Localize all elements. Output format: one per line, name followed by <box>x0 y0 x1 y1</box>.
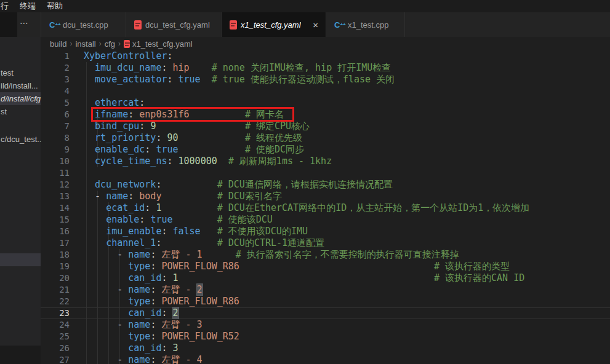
yaml-icon <box>230 20 237 30</box>
line-content: enable_dc: true # 使能DC同步 <box>84 144 304 156</box>
code-line[interactable]: 22 type: POWER_FLOW_R86 <box>41 296 610 307</box>
line-content: can_id: 3 <box>84 342 179 354</box>
tab-x1-test-cfg-yaml[interactable]: x1_test_cfg.yaml × <box>222 12 326 37</box>
line-content: - name: 左臂 - 4 <box>84 354 203 364</box>
code-line[interactable]: 10 cycle_time_ns: 1000000 # 刷新周期1ms - 1k… <box>41 156 610 167</box>
code-line[interactable]: 15 enable: true # 使能该DCU <box>41 214 610 226</box>
code-line[interactable]: 12 dcu_network: # DCU通信网络，请根据实机连接情况配置 <box>41 179 610 191</box>
line-number[interactable]: 24 <box>41 319 70 331</box>
line-number[interactable]: 22 <box>41 296 70 307</box>
line-number[interactable]: 26 <box>41 342 70 354</box>
line-content: imu_dcu_name: hip # none 关闭IMU检查, hip 打开… <box>84 62 391 74</box>
sidebar-header: ⋯ <box>0 12 41 37</box>
sidebar-bottom-panel <box>0 346 41 364</box>
line-number[interactable]: 20 <box>41 272 70 284</box>
yaml-icon <box>134 20 142 30</box>
code-line[interactable]: 23 can_id: 2 <box>41 307 610 319</box>
line-content: type: POWER_FLOW_R52 <box>84 331 239 342</box>
code-line[interactable]: 5 ethercat: <box>41 97 610 109</box>
line-number[interactable]: 3 <box>41 74 70 85</box>
line-content: enable: true # 使能该DCU <box>84 214 273 226</box>
sidebar-item-st[interactable]: st <box>0 105 41 118</box>
line-number[interactable]: 10 <box>41 156 70 167</box>
line-number[interactable]: 5 <box>41 97 70 109</box>
code-line[interactable]: 2 imu_dcu_name: hip # none 关闭IMU检查, hip … <box>41 62 610 74</box>
line-content: channel_1: # DCU的CTRL-1通道配置 <box>84 237 324 249</box>
line-number[interactable]: 23 <box>41 308 70 318</box>
sidebar-selected-row[interactable] <box>0 253 41 266</box>
code-line[interactable]: 7 bind_cpu: 9 # 绑定CPU核心 <box>41 121 610 132</box>
line-number[interactable]: 11 <box>41 167 70 179</box>
code-line[interactable]: 19 type: POWER_FLOW_R86 # 该执行器的类型 <box>41 261 610 272</box>
vscode-window: 行 终端 帮助 ⋯ test ild/install... d/install/… <box>0 0 610 364</box>
code-line[interactable]: 9 enable_dc: true # 使能DC同步 <box>41 144 610 156</box>
line-content: rt_priority: 90 # 线程优先级 <box>84 132 302 144</box>
line-content: - name: 左臂 - 2 <box>84 284 203 296</box>
line-number[interactable]: 7 <box>41 121 70 132</box>
chevron-right-icon: › <box>69 39 73 48</box>
code-line[interactable]: 20 can_id: 1 # 该执行器的CAN ID <box>41 272 610 284</box>
tab-label: dcu_test.cpp <box>63 20 108 30</box>
tab-x1-test-cpp[interactable]: C x1_test.cpp <box>326 12 405 37</box>
code-line[interactable]: 21 - name: 左臂 - 2 <box>41 284 610 296</box>
line-number[interactable]: 4 <box>41 85 70 97</box>
line-content: imu_enable: false # 不使用该DCU的IMU <box>84 226 308 237</box>
line-content: XyberController: <box>84 50 173 62</box>
breadcrumb: build › install › cfg › x1_test_cfg.yaml <box>41 37 610 50</box>
tab-dcu-test-cfg-yaml[interactable]: dcu_test_cfg.yaml <box>126 12 222 37</box>
line-number[interactable]: 21 <box>41 284 70 296</box>
close-icon[interactable]: × <box>311 20 319 30</box>
yaml-icon <box>124 40 130 48</box>
more-actions-icon[interactable]: ⋯ <box>20 18 29 28</box>
line-number[interactable]: 6 <box>41 109 70 121</box>
code-line[interactable]: 16 imu_enable: false # 不使用该DCU的IMU <box>41 226 610 237</box>
line-content: - name: 左臂 - 3 <box>84 319 203 331</box>
code-line[interactable]: 25 type: POWER_FLOW_R52 <box>41 331 610 342</box>
sidebar-item-test[interactable]: test <box>0 66 41 79</box>
menu-item-help[interactable]: 帮助 <box>41 1 68 12</box>
menu-item-terminal[interactable]: 终端 <box>14 1 41 12</box>
code-line[interactable]: 4 <box>41 85 610 97</box>
code-line[interactable]: 13 - name: body # DCU索引名字 <box>41 191 610 202</box>
code-line[interactable]: 17 channel_1: # DCU的CTRL-1通道配置 <box>41 237 610 249</box>
line-number[interactable]: 17 <box>41 237 70 249</box>
menu-item-run[interactable]: 行 <box>0 1 14 12</box>
line-content: dcu_network: # DCU通信网络，请根据实机连接情况配置 <box>84 179 393 191</box>
code-line[interactable]: 18 - name: 左臂 - 1 # 执行器索引名字，不需要控制的执行器可直接… <box>41 249 610 261</box>
code-line[interactable]: 6 ifname: enp0s31f6 # 网卡名 <box>41 109 610 121</box>
line-number[interactable]: 16 <box>41 226 70 237</box>
line-number[interactable]: 12 <box>41 179 70 191</box>
code-line[interactable]: 27 - name: 左臂 - 4 <box>41 354 610 364</box>
line-content: ifname: enp0s31f6 # 网卡名 <box>84 109 284 121</box>
line-number[interactable]: 19 <box>41 261 70 272</box>
line-number[interactable]: 2 <box>41 62 70 74</box>
breadcrumb-item-build[interactable]: build <box>50 39 66 49</box>
code-line[interactable]: 11 <box>41 167 610 179</box>
line-content: move_actuator: true # true 使能执行器运动测试，fla… <box>84 74 395 85</box>
line-number[interactable]: 8 <box>41 132 70 144</box>
line-number[interactable]: 27 <box>41 354 70 364</box>
sidebar-item-install[interactable]: ild/install... <box>0 79 41 92</box>
code-line[interactable]: 1XyberController: <box>41 50 610 62</box>
code-line[interactable]: 3 move_actuator: true # true 使能执行器运动测试，f… <box>41 74 610 85</box>
sidebar-item-dcu-test[interactable]: c/dcu_test... <box>0 133 41 146</box>
line-number[interactable]: 15 <box>41 214 70 226</box>
sidebar-item-install-cfg[interactable]: d/install/cfg <box>0 92 41 105</box>
line-number[interactable]: 18 <box>41 249 70 261</box>
line-number[interactable]: 13 <box>41 191 70 202</box>
breadcrumb-item-cfg[interactable]: cfg <box>105 39 115 49</box>
code-line[interactable]: 26 can_id: 3 <box>41 342 610 354</box>
breadcrumb-item-install[interactable]: install <box>75 39 95 49</box>
code-line[interactable]: 14 ecat_id: 1 # DCU在EtherCAT网络中的ID，从主站开始… <box>41 202 610 214</box>
code-line[interactable]: 24 - name: 左臂 - 3 <box>41 319 610 331</box>
code-line[interactable]: 8 rt_priority: 90 # 线程优先级 <box>41 132 610 144</box>
line-number[interactable]: 14 <box>41 202 70 214</box>
code-editor[interactable]: 1XyberController:2 imu_dcu_name: hip # n… <box>41 50 610 364</box>
tab-bar: C dcu_test.cpp dcu_test_cfg.yaml x1_test… <box>41 12 610 37</box>
breadcrumb-file[interactable]: x1_test_cfg.yaml <box>132 39 193 49</box>
line-content: - name: 左臂 - 1 # 执行器索引名字，不需要控制的执行器可直接注释掉 <box>84 249 459 261</box>
line-number[interactable]: 25 <box>41 331 70 342</box>
line-number[interactable]: 1 <box>41 50 70 62</box>
tab-dcu-test-cpp[interactable]: C dcu_test.cpp <box>41 12 126 37</box>
line-number[interactable]: 9 <box>41 144 70 156</box>
